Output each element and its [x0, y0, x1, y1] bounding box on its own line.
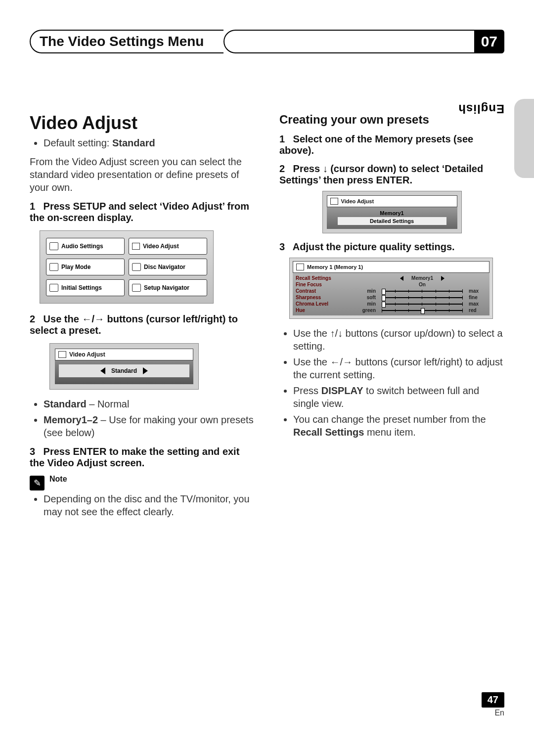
chapter-title: The Video Settings Menu [40, 34, 204, 49]
recall-value: Memory1 [411, 275, 433, 281]
left-step-1: 1 Press SETUP and select ‘Video Adjust’ … [30, 201, 255, 223]
arrow-up-icon: ↑ [330, 328, 335, 339]
osd4-row-contrast[interactable]: Contrast min max [296, 288, 487, 294]
tv-icon [132, 243, 140, 250]
chapter-header: The Video Settings Menu 07 [30, 30, 504, 53]
bullet-leftright: Use the ←/→ buttons (cursor left/right) … [293, 356, 504, 381]
chapter-number: 07 [474, 30, 504, 53]
osd3-title: Video Adjust [327, 195, 457, 207]
preset-standard: Standard – Normal [44, 398, 255, 410]
osd4-row-chroma[interactable]: Chroma Level min max [296, 301, 487, 307]
right-column: Creating your own presets 1 Select one o… [279, 113, 504, 524]
right-step-2: 2 Press ↓ (cursor down) to select ‘Detai… [279, 163, 504, 186]
arrow-left-icon[interactable] [400, 276, 403, 281]
bullet-updown: Use the ↑/↓ buttons (cursor up/down) to … [293, 327, 504, 353]
osd4-row-sharpness[interactable]: Sharpness soft fine [296, 294, 487, 301]
arrow-right-icon[interactable] [441, 276, 445, 281]
page-footer: 47 En [30, 692, 504, 717]
osd-btn-disc-navigator[interactable]: Disc Navigator [129, 259, 207, 275]
sharpness-slider[interactable] [382, 297, 463, 298]
chapter-title-pill: The Video Settings Menu [30, 30, 223, 53]
initial-icon [49, 284, 58, 292]
tv-icon [330, 198, 338, 205]
note-text: Depending on the disc and the TV/monitor… [44, 492, 255, 518]
osd2-title: Video Adjust [55, 349, 193, 360]
bullet-recall: You can change the preset number from th… [293, 413, 504, 439]
disc-icon [132, 263, 141, 271]
left-step-3: 3 Press ENTER to make the setting and ex… [30, 446, 255, 469]
finefocus-value: On [381, 282, 464, 287]
osd4-title: Memory 1 (Memory 1) [293, 261, 490, 273]
chapter-spacer [223, 30, 474, 53]
footer-lang: En [30, 709, 504, 717]
arrow-right-icon: → [343, 356, 353, 367]
arrow-right-icon: → [94, 313, 104, 324]
osd4-row-recall[interactable]: Recall Settings Memory1 [296, 275, 487, 281]
note-label: Note [49, 475, 67, 484]
osd-btn-audio-settings[interactable]: Audio Settings [46, 238, 125, 255]
arrow-left-icon[interactable] [100, 367, 105, 374]
audio-icon [49, 242, 58, 250]
language-tab: English [514, 99, 534, 178]
intro-paragraph: From the Video Adjust screen you can sel… [30, 155, 255, 194]
tv-icon [296, 264, 304, 270]
right-step-3: 3 Adjust the picture quality settings. [279, 241, 504, 253]
contrast-slider[interactable] [382, 291, 463, 292]
osd3-detailed-settings[interactable]: Detailed Settings [338, 217, 446, 225]
page-number: 47 [482, 692, 504, 708]
osd-btn-video-adjust[interactable]: Video Adjust [129, 238, 207, 255]
default-setting-line: Default setting: Standard [44, 136, 255, 149]
section-title: Video Adjust [30, 113, 255, 133]
osd-btn-play-mode[interactable]: Play Mode [46, 259, 125, 275]
osd-video-adjust-preset: Video Adjust Standard [49, 343, 199, 390]
left-step-2: 2 Use the ←/→ buttons (cursor left/right… [30, 313, 255, 336]
osd4-row-hue[interactable]: Hue green red [296, 307, 487, 313]
osd-btn-initial-settings[interactable]: Initial Settings [46, 279, 125, 296]
osd3-memory-label: Memory1 [327, 209, 457, 217]
bullet-display: Press DISPLAY to switch between full and… [293, 384, 504, 410]
arrow-down-icon: ↓ [338, 328, 343, 339]
hue-slider[interactable] [382, 310, 463, 311]
osd2-selected-value: Standard [111, 367, 137, 374]
preset-memory: Memory1–2 – Use for making your own pres… [44, 413, 255, 439]
chroma-slider[interactable] [382, 304, 463, 305]
osd-detailed-settings: Video Adjust Memory1 Detailed Settings [322, 191, 462, 233]
arrow-down-icon: ↓ [323, 163, 328, 174]
note-icon: ✎ [30, 476, 44, 490]
tv-icon [58, 351, 66, 358]
arrow-left-icon: ← [330, 356, 340, 367]
setup-icon [132, 284, 141, 292]
arrow-right-icon[interactable] [143, 367, 148, 374]
arrow-left-icon: ← [82, 313, 91, 324]
osd-picture-quality: Memory 1 (Memory 1) Recall Settings Memo… [289, 258, 493, 319]
osd4-row-finefocus[interactable]: Fine Focus On [296, 281, 487, 288]
note-block: ✎ Note [30, 475, 255, 490]
right-step-1: 1 Select one of the Memory presets (see … [279, 133, 504, 156]
osd-btn-setup-navigator[interactable]: Setup Navigator [129, 279, 207, 296]
play-icon [49, 263, 58, 271]
osd-setup-menu: Audio Settings Video Adjust Play Mode Di… [40, 230, 214, 304]
language-label: English [448, 99, 514, 119]
left-column: Video Adjust Default setting: Standard F… [30, 113, 255, 524]
